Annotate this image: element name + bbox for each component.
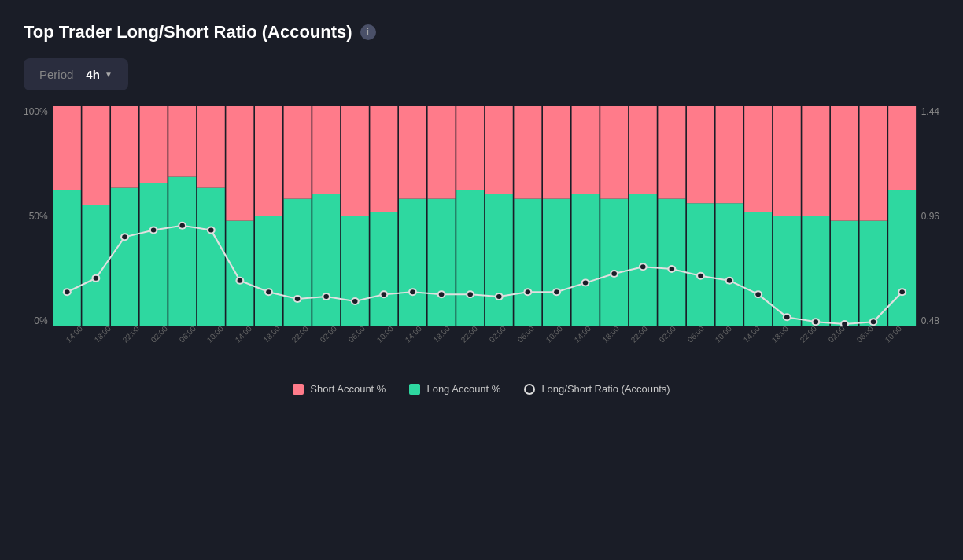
svg-rect-16: [283, 199, 311, 326]
svg-rect-21: [341, 106, 369, 216]
chart-area: 100% 50% 0% 1.44 0.96 0.48: [24, 106, 939, 326]
svg-point-83: [381, 292, 386, 297]
svg-point-81: [352, 299, 358, 304]
svg-rect-29: [456, 106, 484, 190]
svg-rect-3: [82, 106, 109, 205]
svg-point-89: [467, 292, 473, 297]
svg-rect-57: [859, 106, 887, 221]
svg-rect-5: [111, 106, 138, 188]
svg-rect-10: [197, 188, 225, 326]
svg-rect-58: [888, 190, 916, 326]
x-label-item: 02:00: [657, 324, 677, 344]
svg-rect-32: [514, 199, 541, 326]
svg-rect-56: [859, 221, 887, 326]
info-icon[interactable]: i: [360, 24, 376, 40]
period-dropdown[interactable]: 4h ▼: [86, 68, 112, 81]
svg-rect-45: [687, 106, 714, 203]
x-label-item: 02:00: [149, 324, 168, 344]
svg-rect-44: [687, 203, 714, 326]
svg-point-113: [813, 319, 818, 324]
svg-point-73: [237, 278, 242, 283]
svg-point-79: [323, 294, 329, 299]
svg-point-99: [611, 271, 617, 276]
chart-container: 100% 50% 0% 1.44 0.96 0.48 14:0018:0022:…: [24, 106, 939, 340]
svg-rect-37: [571, 106, 599, 194]
x-label-item: 18:00: [770, 324, 790, 344]
svg-point-97: [582, 281, 588, 286]
svg-rect-51: [773, 106, 800, 216]
chevron-down-icon: ▼: [105, 70, 113, 79]
svg-rect-19: [312, 106, 340, 194]
svg-rect-49: [744, 106, 772, 212]
svg-rect-30: [485, 194, 512, 326]
svg-point-103: [669, 267, 674, 271]
page-title: Top Trader Long/Short Ratio (Accounts): [24, 22, 352, 42]
svg-point-87: [438, 292, 444, 297]
svg-rect-35: [543, 106, 570, 199]
svg-point-63: [93, 276, 98, 281]
svg-rect-23: [370, 106, 397, 212]
svg-point-69: [179, 223, 185, 228]
x-label-item: 18:00: [601, 324, 621, 344]
y-axis-right: 1.44 0.96 0.48: [921, 106, 939, 326]
svg-rect-48: [744, 212, 772, 326]
x-label-item: 10:00: [374, 324, 394, 344]
x-label-item: 18:00: [262, 324, 282, 344]
svg-point-117: [870, 319, 876, 324]
x-label-item: 06:00: [347, 324, 367, 344]
svg-rect-22: [370, 212, 397, 326]
y-right-label-1: 1.44: [921, 106, 939, 117]
svg-rect-41: [629, 106, 656, 194]
svg-point-93: [525, 289, 530, 294]
x-label-item: 14:00: [403, 324, 422, 344]
legend-long: Long Account %: [409, 383, 500, 395]
x-label-item: 10:00: [205, 324, 225, 344]
svg-rect-46: [715, 203, 743, 326]
svg-rect-59: [888, 106, 916, 190]
svg-rect-26: [427, 199, 455, 326]
svg-rect-43: [658, 106, 685, 199]
svg-point-77: [294, 297, 300, 301]
svg-point-71: [208, 228, 214, 233]
x-label-item: 22:00: [120, 324, 140, 344]
x-label-item: 14:00: [234, 324, 253, 344]
x-label-item: 06:00: [177, 324, 197, 344]
period-label: Period: [39, 68, 73, 81]
legend-long-color: [409, 384, 420, 395]
period-selector: Period 4h ▼: [24, 58, 128, 90]
y-label-50: 50%: [24, 211, 48, 222]
y-axis-left: 100% 50% 0%: [24, 106, 48, 326]
x-label-item: 06:00: [855, 324, 875, 344]
y-right-label-3: 0.48: [921, 315, 939, 326]
svg-rect-40: [629, 194, 656, 326]
x-label-item: 14:00: [573, 324, 592, 344]
period-value-text: 4h: [86, 68, 100, 81]
svg-point-101: [640, 264, 646, 269]
svg-point-91: [496, 294, 502, 299]
svg-rect-47: [715, 106, 743, 203]
legend-ratio-label: Long/Short Ratio (Accounts): [541, 383, 670, 395]
svg-rect-20: [341, 216, 369, 326]
legend: Short Account % Long Account % Long/Shor…: [24, 383, 939, 395]
svg-rect-31: [485, 106, 512, 194]
svg-rect-0: [54, 190, 81, 326]
svg-rect-12: [226, 221, 253, 326]
legend-short-label: Short Account %: [310, 383, 386, 395]
legend-ratio: Long/Short Ratio (Accounts): [524, 383, 670, 395]
svg-rect-8: [168, 177, 196, 326]
x-label-item: 14:00: [65, 324, 84, 344]
x-label-item: 02:00: [488, 324, 507, 344]
x-label-item: 06:00: [516, 324, 536, 344]
svg-rect-38: [600, 199, 628, 326]
svg-rect-55: [831, 106, 858, 221]
svg-rect-17: [283, 106, 311, 199]
svg-rect-14: [255, 216, 282, 326]
x-label-item: 18:00: [93, 324, 113, 344]
x-label-item: 10:00: [544, 324, 564, 344]
svg-rect-15: [255, 106, 282, 216]
svg-rect-52: [802, 216, 829, 326]
svg-rect-27: [427, 106, 455, 199]
svg-rect-1: [54, 106, 81, 190]
svg-point-111: [784, 315, 790, 319]
svg-rect-33: [514, 106, 541, 199]
